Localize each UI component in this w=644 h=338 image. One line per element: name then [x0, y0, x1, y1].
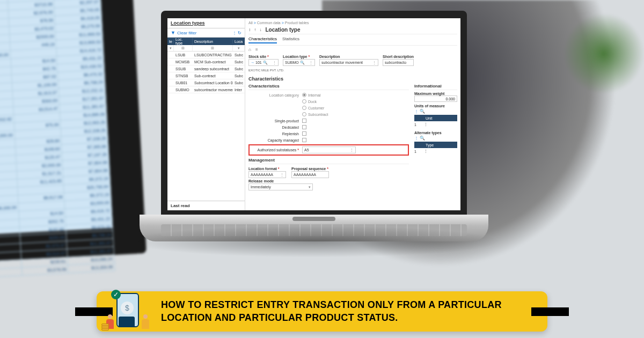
bc-all[interactable]: All: [248, 21, 253, 25]
uom-row[interactable]: 1⋮: [414, 121, 457, 128]
filter-cell[interactable]: ⊞: [174, 45, 193, 51]
description-label: Description: [319, 55, 378, 58]
erp-app: Location types ▼ Clear filter ⋮ ↻ te Loc…: [167, 18, 460, 210]
short-desc-input[interactable]: subcontracto: [383, 59, 414, 66]
alt-more-icon[interactable]: ⋮: [424, 149, 428, 153]
radio-internal-label: Internal: [308, 93, 320, 97]
more-icon[interactable]: ⋮: [273, 61, 276, 65]
left-panel-header-row: te Loc. type Description Loca: [167, 38, 245, 45]
filter-action-icon[interactable]: ↻: [238, 31, 241, 35]
laptop-screen: Location types ▼ Clear filter ⋮ ↻ te Loc…: [161, 11, 467, 215]
loc-type-value: SUBMO: [285, 61, 299, 64]
uom-label: Units of measure: [414, 104, 457, 108]
description-value: subcontractor movement: [321, 61, 363, 64]
alt-header: Type: [414, 142, 457, 148]
stock-site-input[interactable]: → 101 🔍 ⋮: [248, 59, 279, 66]
dedicated-check[interactable]: [302, 125, 306, 129]
more-icon[interactable]: ⋮: [280, 173, 284, 177]
tab-statistics[interactable]: Statistics: [282, 36, 299, 43]
loc-category-label: Location category: [248, 93, 302, 97]
max-weight-block: Maximum weight 0.000: [414, 92, 457, 102]
short-desc-value: subcontracto: [385, 61, 406, 64]
menu-icon[interactable]: ≡: [255, 47, 260, 52]
more-icon[interactable]: ⋮: [372, 61, 376, 65]
radio-dock-label: Dock: [308, 100, 317, 104]
description-input[interactable]: subcontractor movement ⋮: [319, 59, 378, 66]
col-head-te[interactable]: te: [167, 40, 174, 43]
col-head-description[interactable]: Description: [193, 40, 233, 43]
bc-common[interactable]: Common data: [257, 21, 281, 25]
person-icon: [141, 314, 150, 330]
table-row[interactable]: MCMSBMCM Sub-contractSubc: [167, 58, 245, 65]
tab-characteristics[interactable]: Characteristics: [248, 36, 277, 43]
breadcrumb[interactable]: All > Common data > Product tables: [248, 20, 457, 26]
filter-cell[interactable]: ▾: [233, 45, 245, 51]
max-weight-input[interactable]: 0.000: [414, 95, 457, 102]
release-mode-label: Release mode: [248, 179, 409, 183]
caption-text: HOW TO RESTRICT ENTRY TRANSACTION ONLY F…: [161, 299, 537, 324]
alt-row[interactable]: 1⋮: [414, 148, 457, 155]
caption-card: ✓ $ HOW TO RESTRICT ENTRY TRANSACTION ON…: [97, 291, 547, 332]
search-icon[interactable]: 🔍: [263, 61, 268, 65]
uom-header: Unit: [414, 115, 457, 121]
table-row[interactable]: SUBMOsubcontractor movementInter: [167, 86, 245, 93]
more-icon[interactable]: ⋮: [309, 61, 313, 65]
authorized-substatuses-highlight: Authorized substatuses A5 ⋮: [248, 144, 409, 156]
uom-col-unit: Unit: [424, 116, 434, 120]
char-left-col: Characteristics Location category Intern…: [248, 83, 409, 190]
uom-tools[interactable]: ⋮ 🔍: [414, 108, 457, 115]
radio-subcontract-label: Subcontract: [308, 113, 328, 116]
table-row[interactable]: LSUBLSUBCONTRACTINGSubc: [167, 52, 245, 58]
stock-site-label: Stock site: [248, 55, 279, 58]
col-head-loca[interactable]: Loca: [233, 40, 245, 43]
auth-substatuses-input[interactable]: A5 ⋮: [302, 146, 356, 153]
radio-customer[interactable]: [302, 106, 306, 110]
replenish-check[interactable]: [302, 131, 306, 136]
alt-types-label: Alternate types: [414, 131, 457, 135]
bg-plant: [564, 0, 644, 107]
collapse-icons[interactable]: ↕ ↑ ↓: [248, 27, 262, 32]
filter-actions: ⋮ ↻: [232, 31, 241, 35]
filter-cell[interactable]: ▾: [167, 45, 174, 51]
table-row[interactable]: STNSBSub-contractSubc: [167, 72, 245, 79]
search-icon[interactable]: 🔍: [300, 61, 305, 65]
table-row[interactable]: SUB01Subcontract Location 01Subc: [167, 79, 245, 86]
caption-illustration: ✓ $: [105, 293, 153, 330]
title-row: ↕ ↑ ↓ Location type: [248, 26, 457, 34]
left-panel-filter-row: ▾ ⊞ ⊞ ▾: [167, 45, 245, 52]
bc-product[interactable]: Product tables: [285, 21, 309, 25]
capacity-check[interactable]: [302, 138, 306, 142]
check-icon: ✓: [111, 290, 121, 299]
alt-col-type: Type: [424, 143, 435, 147]
radio-dock[interactable]: [302, 99, 306, 104]
prop-seq-field: Proposal sequence AAAAAAAAA: [291, 167, 329, 178]
header-fields: Stock site → 101 🔍 ⋮ Location type SUBMO…: [248, 54, 457, 68]
max-weight-label: Maximum weight: [414, 92, 457, 95]
bg-monitor: ING/POSTWITHDRAWALACCOUNT BALANCE$161.86…: [0, 0, 147, 262]
auth-substatuses-value: A5: [304, 148, 309, 152]
radio-internal[interactable]: [302, 93, 306, 97]
characteristics-subtitle: Characteristics: [248, 83, 409, 90]
alt-types-block: Alternate types ⋮ 🔍 Type 1⋮: [414, 131, 457, 155]
clear-filter-link[interactable]: ▼ Clear filter ⋮ ↻: [167, 28, 245, 38]
prop-seq-input[interactable]: AAAAAAAAA: [291, 171, 329, 178]
table-row[interactable]: SSUBsandeep subcontractSubc: [167, 65, 245, 72]
bg-spreadsheet: ING/POSTWITHDRAWALACCOUNT BALANCE$161.86…: [0, 0, 113, 236]
col-head-loctype[interactable]: Loc. type: [174, 38, 193, 45]
more-icon[interactable]: ⋮: [350, 148, 354, 152]
alt-tools[interactable]: ⋮ 🔍: [414, 135, 457, 142]
single-product-check[interactable]: [302, 119, 306, 123]
home-icon[interactable]: ⌂: [248, 47, 253, 52]
left-panel: Location types ▼ Clear filter ⋮ ↻ te Loc…: [167, 18, 245, 210]
uom-more-icon[interactable]: ⋮: [424, 122, 428, 127]
filter-cell[interactable]: ⊞: [193, 45, 233, 51]
radio-subcontract[interactable]: [302, 112, 306, 116]
loc-format-input[interactable]: AAAAAAAAA⋮: [248, 171, 286, 178]
dollar-icon: $: [121, 302, 134, 314]
left-panel-spacer: [167, 93, 245, 201]
loc-category-row: Location category Internal: [248, 92, 409, 98]
chevron-down-icon: ▾: [309, 185, 311, 189]
loc-type-input[interactable]: SUBMO 🔍 ⋮: [283, 59, 315, 66]
release-mode-select[interactable]: Immediately▾: [248, 183, 313, 190]
filter-action-icon[interactable]: ⋮: [232, 31, 237, 35]
